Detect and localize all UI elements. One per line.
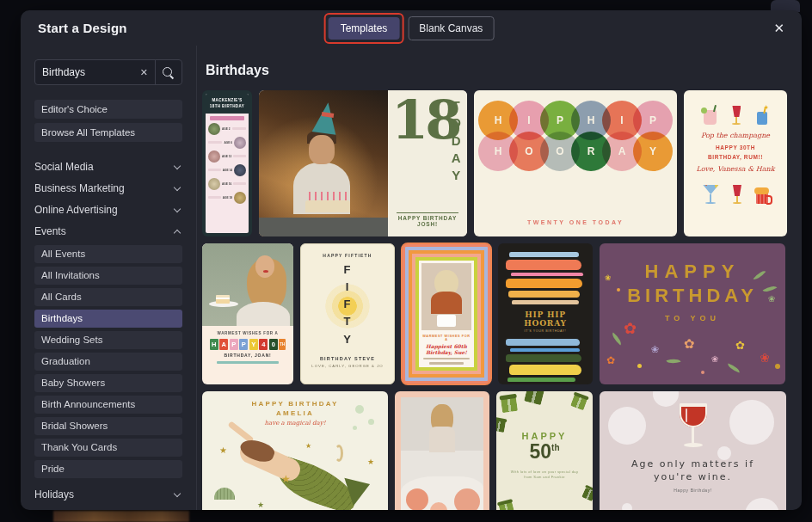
gift-icon — [570, 395, 587, 411]
gift-icon — [501, 397, 518, 413]
photo-woman-with-balloons — [401, 397, 483, 510]
wine-glass-icon — [732, 106, 741, 125]
photo-man-blowing-candles — [259, 90, 388, 236]
sidebar-item-pride[interactable]: Pride — [34, 460, 182, 478]
shell-icon — [214, 488, 235, 500]
sidebar-category-events[interactable]: Events — [34, 224, 182, 239]
sidebar-category-business-marketing[interactable]: Business Marketing — [34, 181, 182, 196]
beer-mug-icon — [756, 193, 768, 204]
bubble-icon — [355, 405, 364, 414]
flower-icon: ❀ — [760, 352, 770, 364]
martini-icon — [703, 185, 718, 204]
sidebar-item-baby-showers[interactable]: Baby Showers — [34, 374, 182, 392]
star-icon: ★ — [219, 446, 227, 455]
template-fifty-steve[interactable]: HAPPY FIFTIETH F I F T Y BIRTHDAY STEVE … — [300, 243, 395, 384]
search-box: ✕ — [34, 59, 182, 85]
page-title: Birthdays — [206, 63, 789, 78]
chevron-down-icon — [174, 162, 181, 169]
sidebar-category-holidays[interactable]: Holidays — [34, 487, 182, 502]
tab-bar: Templates Blank Canvas — [329, 16, 495, 40]
sidebar-category-online-advertising[interactable]: Online Advertising — [34, 202, 182, 218]
chevron-down-icon — [174, 205, 181, 212]
cocktail-icon — [704, 110, 717, 125]
modal-title: Start a Design — [38, 21, 127, 35]
sidebar-item-all-events[interactable]: All Events — [34, 245, 182, 263]
flower-icon: ✿ — [684, 338, 695, 351]
flower-icon: ✿ — [606, 355, 615, 365]
template-julia-photo[interactable]: HAPPY BIRTHDAY, JULIA — [395, 391, 489, 510]
background-content — [53, 511, 189, 522]
sidebar-item-bridal-showers[interactable]: Bridal Showers — [34, 417, 182, 435]
mason-jar-icon — [757, 112, 767, 125]
photo-woman-with-white-cake — [421, 263, 471, 330]
sidebar-item-birthdays[interactable]: Birthdays — [34, 310, 182, 328]
template-mackenzie-story[interactable]: MACKENZIE'S 18TH BIRTHDAY AGE 2 AGE 6 AG… — [202, 90, 252, 236]
template-joan-40[interactable]: WARMEST WISHES FOR A H A P P Y 4 0 TH — [202, 243, 293, 384]
star-icon: ★ — [257, 501, 264, 509]
flower-icon: ❀ — [651, 345, 659, 354]
template-josh-18-today[interactable]: 18 T O D A Y HAPPY BIRTHDAY JOSH! — [259, 90, 467, 236]
gift-icon — [524, 391, 544, 405]
sidebar-item-wedding-sets[interactable]: Wedding Sets — [34, 331, 182, 349]
gift-icon — [581, 488, 593, 501]
search-icon[interactable] — [156, 60, 181, 84]
template-hip-hip-hooray-circles[interactable]: H I P H I P H O O R A — [474, 90, 677, 236]
sidebar-item-birth-announcements[interactable]: Birth Announcements — [34, 396, 182, 414]
tab-blank-canvas[interactable]: Blank Canvas — [408, 16, 494, 40]
sidebar: ✕ Editor's Choice Browse All Templates S… — [21, 46, 197, 510]
bubble-icon — [368, 419, 374, 425]
sidebar-item-graduation[interactable]: Graduation — [34, 353, 182, 371]
sidebar-item-editors-choice[interactable]: Editor's Choice — [34, 100, 182, 119]
flower-icon: ❀ — [768, 295, 775, 304]
bubble-icon — [353, 426, 357, 430]
flower-icon: ❀ — [605, 274, 612, 282]
template-happy-birthday-floral[interactable]: HAPPY BIRTHDAY TO YOU ✿ ❀ ✿ ❀ ✿ ❀ ✿ ❀ ❀ — [600, 243, 785, 384]
template-sue-60-selected[interactable]: WARMEST WISHES FOR A Happiest 60th Birth… — [402, 243, 491, 384]
champagne-icon — [733, 185, 741, 204]
template-happy-50th-presents[interactable]: HAPPY 50th With lots of love on your spe… — [496, 391, 593, 510]
star-icon: ★ — [367, 458, 374, 466]
template-wine-quote[interactable]: Age only matters if you're wine. Happy B… — [600, 391, 786, 510]
clear-search-icon[interactable]: ✕ — [133, 67, 155, 78]
star-icon: ★ — [305, 443, 311, 450]
sidebar-item-all-invitations[interactable]: All Invitations — [34, 267, 182, 285]
start-a-design-modal: Start a Design Templates Blank Canvas ✕ … — [21, 10, 802, 510]
modal-header: Start a Design Templates Blank Canvas ✕ — [21, 10, 802, 46]
screen: Start a Design Templates Blank Canvas ✕ … — [0, 0, 812, 522]
search-input[interactable] — [35, 66, 133, 78]
chevron-down-icon — [174, 489, 181, 496]
sidebar-item-all-cards[interactable]: All Cards — [34, 288, 182, 306]
flower-icon: ❀ — [711, 355, 718, 364]
wine-glass-icon — [679, 403, 708, 451]
seahorse-icon — [335, 445, 343, 462]
chevron-up-icon — [174, 229, 181, 236]
template-gallery: Birthdays MACKENZIE'S 18TH BIRTHDAY AGE … — [197, 46, 802, 510]
sidebar-item-browse-all[interactable]: Browse All Templates — [34, 123, 182, 142]
flower-icon: ✿ — [624, 321, 637, 336]
tab-templates[interactable]: Templates — [329, 17, 400, 40]
chevron-down-icon — [174, 183, 181, 190]
flower-icon: ✿ — [735, 340, 745, 351]
star-icon: ★ — [348, 508, 354, 510]
sidebar-item-thank-you-cards[interactable]: Thank You Cards — [34, 439, 182, 457]
gift-icon — [499, 501, 515, 510]
sidebar-category-social-media[interactable]: Social Media — [34, 159, 182, 175]
template-hip-hip-hooray-strokes[interactable]: HIP HIP HOORAY IT'S YOUR BIRTHDAY! — [498, 243, 593, 384]
template-mermaid-amelia[interactable]: HAPPY BIRTHDAY AMELIA have a magical day… — [202, 391, 388, 510]
close-icon[interactable]: ✕ — [773, 21, 784, 34]
star-icon: ★ — [281, 474, 291, 484]
template-rum-30th-drinks[interactable]: Pop the champagne HAPPY 30TH BIRTHDAY, R… — [684, 90, 787, 236]
photo-woman-with-cake — [202, 243, 293, 326]
